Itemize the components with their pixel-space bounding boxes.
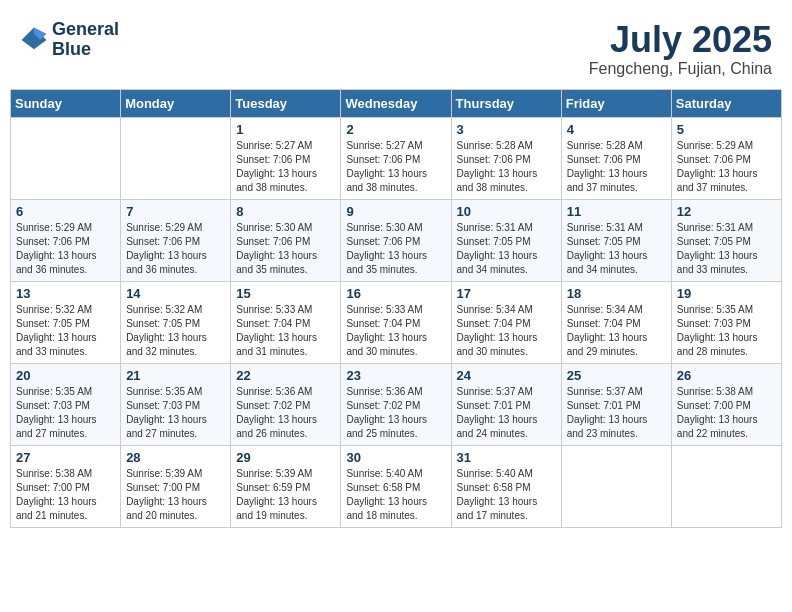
calendar-cell: 9Sunrise: 5:30 AMSunset: 7:06 PMDaylight… (341, 199, 451, 281)
day-number: 23 (346, 368, 445, 383)
calendar-cell: 17Sunrise: 5:34 AMSunset: 7:04 PMDayligh… (451, 281, 561, 363)
day-number: 16 (346, 286, 445, 301)
day-detail: Sunrise: 5:27 AMSunset: 7:06 PMDaylight:… (236, 139, 335, 195)
day-detail: Sunrise: 5:32 AMSunset: 7:05 PMDaylight:… (126, 303, 225, 359)
calendar-week-2: 6Sunrise: 5:29 AMSunset: 7:06 PMDaylight… (11, 199, 782, 281)
weekday-header-row: SundayMondayTuesdayWednesdayThursdayFrid… (11, 89, 782, 117)
day-number: 25 (567, 368, 666, 383)
calendar-cell: 13Sunrise: 5:32 AMSunset: 7:05 PMDayligh… (11, 281, 121, 363)
day-number: 15 (236, 286, 335, 301)
day-number: 7 (126, 204, 225, 219)
day-number: 26 (677, 368, 776, 383)
calendar-cell: 11Sunrise: 5:31 AMSunset: 7:05 PMDayligh… (561, 199, 671, 281)
page-header: General Blue July 2025 Fengcheng, Fujian… (10, 10, 782, 83)
day-detail: Sunrise: 5:31 AMSunset: 7:05 PMDaylight:… (567, 221, 666, 277)
calendar-cell: 16Sunrise: 5:33 AMSunset: 7:04 PMDayligh… (341, 281, 451, 363)
day-detail: Sunrise: 5:36 AMSunset: 7:02 PMDaylight:… (236, 385, 335, 441)
calendar-cell: 6Sunrise: 5:29 AMSunset: 7:06 PMDaylight… (11, 199, 121, 281)
day-detail: Sunrise: 5:33 AMSunset: 7:04 PMDaylight:… (236, 303, 335, 359)
calendar-cell (11, 117, 121, 199)
day-number: 17 (457, 286, 556, 301)
day-detail: Sunrise: 5:36 AMSunset: 7:02 PMDaylight:… (346, 385, 445, 441)
day-number: 27 (16, 450, 115, 465)
calendar-cell: 21Sunrise: 5:35 AMSunset: 7:03 PMDayligh… (121, 363, 231, 445)
calendar-cell: 24Sunrise: 5:37 AMSunset: 7:01 PMDayligh… (451, 363, 561, 445)
day-number: 4 (567, 122, 666, 137)
day-number: 2 (346, 122, 445, 137)
calendar-cell (121, 117, 231, 199)
day-number: 21 (126, 368, 225, 383)
day-detail: Sunrise: 5:33 AMSunset: 7:04 PMDaylight:… (346, 303, 445, 359)
day-detail: Sunrise: 5:37 AMSunset: 7:01 PMDaylight:… (567, 385, 666, 441)
day-detail: Sunrise: 5:28 AMSunset: 7:06 PMDaylight:… (457, 139, 556, 195)
day-detail: Sunrise: 5:38 AMSunset: 7:00 PMDaylight:… (677, 385, 776, 441)
day-number: 1 (236, 122, 335, 137)
day-detail: Sunrise: 5:35 AMSunset: 7:03 PMDaylight:… (677, 303, 776, 359)
calendar-cell: 4Sunrise: 5:28 AMSunset: 7:06 PMDaylight… (561, 117, 671, 199)
calendar-cell: 7Sunrise: 5:29 AMSunset: 7:06 PMDaylight… (121, 199, 231, 281)
calendar-week-5: 27Sunrise: 5:38 AMSunset: 7:00 PMDayligh… (11, 445, 782, 527)
day-number: 20 (16, 368, 115, 383)
day-number: 29 (236, 450, 335, 465)
day-detail: Sunrise: 5:34 AMSunset: 7:04 PMDaylight:… (457, 303, 556, 359)
day-number: 18 (567, 286, 666, 301)
calendar-cell (671, 445, 781, 527)
logo-icon (20, 26, 48, 54)
day-detail: Sunrise: 5:27 AMSunset: 7:06 PMDaylight:… (346, 139, 445, 195)
weekday-header-tuesday: Tuesday (231, 89, 341, 117)
calendar-cell: 20Sunrise: 5:35 AMSunset: 7:03 PMDayligh… (11, 363, 121, 445)
calendar-cell: 15Sunrise: 5:33 AMSunset: 7:04 PMDayligh… (231, 281, 341, 363)
day-number: 31 (457, 450, 556, 465)
weekday-header-friday: Friday (561, 89, 671, 117)
day-detail: Sunrise: 5:34 AMSunset: 7:04 PMDaylight:… (567, 303, 666, 359)
logo-text: General Blue (52, 20, 119, 60)
day-detail: Sunrise: 5:31 AMSunset: 7:05 PMDaylight:… (457, 221, 556, 277)
day-detail: Sunrise: 5:35 AMSunset: 7:03 PMDaylight:… (126, 385, 225, 441)
calendar-cell: 26Sunrise: 5:38 AMSunset: 7:00 PMDayligh… (671, 363, 781, 445)
day-number: 13 (16, 286, 115, 301)
day-number: 19 (677, 286, 776, 301)
day-detail: Sunrise: 5:39 AMSunset: 7:00 PMDaylight:… (126, 467, 225, 523)
calendar-cell: 31Sunrise: 5:40 AMSunset: 6:58 PMDayligh… (451, 445, 561, 527)
weekday-header-wednesday: Wednesday (341, 89, 451, 117)
day-detail: Sunrise: 5:29 AMSunset: 7:06 PMDaylight:… (677, 139, 776, 195)
calendar-cell: 27Sunrise: 5:38 AMSunset: 7:00 PMDayligh… (11, 445, 121, 527)
day-detail: Sunrise: 5:29 AMSunset: 7:06 PMDaylight:… (126, 221, 225, 277)
day-number: 24 (457, 368, 556, 383)
day-number: 3 (457, 122, 556, 137)
calendar-cell: 2Sunrise: 5:27 AMSunset: 7:06 PMDaylight… (341, 117, 451, 199)
calendar-cell: 1Sunrise: 5:27 AMSunset: 7:06 PMDaylight… (231, 117, 341, 199)
calendar-cell (561, 445, 671, 527)
day-detail: Sunrise: 5:30 AMSunset: 7:06 PMDaylight:… (346, 221, 445, 277)
day-detail: Sunrise: 5:32 AMSunset: 7:05 PMDaylight:… (16, 303, 115, 359)
calendar-cell: 29Sunrise: 5:39 AMSunset: 6:59 PMDayligh… (231, 445, 341, 527)
calendar-cell: 19Sunrise: 5:35 AMSunset: 7:03 PMDayligh… (671, 281, 781, 363)
logo: General Blue (20, 20, 119, 60)
month-title: July 2025 (589, 20, 772, 60)
day-number: 8 (236, 204, 335, 219)
day-number: 22 (236, 368, 335, 383)
title-block: July 2025 Fengcheng, Fujian, China (589, 20, 772, 78)
calendar-week-4: 20Sunrise: 5:35 AMSunset: 7:03 PMDayligh… (11, 363, 782, 445)
weekday-header-saturday: Saturday (671, 89, 781, 117)
day-detail: Sunrise: 5:30 AMSunset: 7:06 PMDaylight:… (236, 221, 335, 277)
calendar-cell: 14Sunrise: 5:32 AMSunset: 7:05 PMDayligh… (121, 281, 231, 363)
day-number: 10 (457, 204, 556, 219)
calendar-cell: 3Sunrise: 5:28 AMSunset: 7:06 PMDaylight… (451, 117, 561, 199)
calendar-cell: 8Sunrise: 5:30 AMSunset: 7:06 PMDaylight… (231, 199, 341, 281)
day-detail: Sunrise: 5:31 AMSunset: 7:05 PMDaylight:… (677, 221, 776, 277)
calendar-body: 1Sunrise: 5:27 AMSunset: 7:06 PMDaylight… (11, 117, 782, 527)
calendar-cell: 28Sunrise: 5:39 AMSunset: 7:00 PMDayligh… (121, 445, 231, 527)
day-detail: Sunrise: 5:35 AMSunset: 7:03 PMDaylight:… (16, 385, 115, 441)
calendar-week-3: 13Sunrise: 5:32 AMSunset: 7:05 PMDayligh… (11, 281, 782, 363)
day-number: 14 (126, 286, 225, 301)
calendar-cell: 10Sunrise: 5:31 AMSunset: 7:05 PMDayligh… (451, 199, 561, 281)
day-number: 12 (677, 204, 776, 219)
day-detail: Sunrise: 5:29 AMSunset: 7:06 PMDaylight:… (16, 221, 115, 277)
day-detail: Sunrise: 5:39 AMSunset: 6:59 PMDaylight:… (236, 467, 335, 523)
day-number: 11 (567, 204, 666, 219)
calendar-cell: 22Sunrise: 5:36 AMSunset: 7:02 PMDayligh… (231, 363, 341, 445)
calendar-cell: 5Sunrise: 5:29 AMSunset: 7:06 PMDaylight… (671, 117, 781, 199)
day-number: 6 (16, 204, 115, 219)
calendar-cell: 23Sunrise: 5:36 AMSunset: 7:02 PMDayligh… (341, 363, 451, 445)
